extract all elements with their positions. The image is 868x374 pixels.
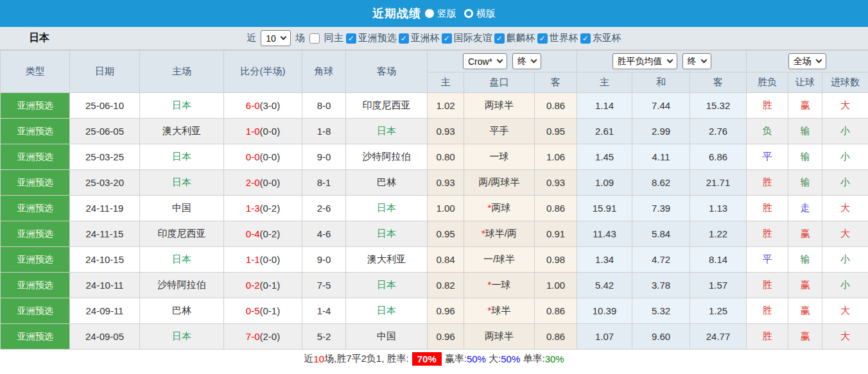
col-header-score: 比分(半场) [224,51,302,93]
away-team: 日本 [346,298,428,324]
match-type-badge: 亚洲预选 [1,324,70,350]
same-home-checkbox[interactable] [309,33,320,44]
recent-count-select[interactable]: 10 [261,30,291,46]
footer-stat-text: 30% [545,353,564,364]
view-mode-option[interactable]: 横版 [464,8,496,20]
chevron-down-icon [280,34,286,40]
outcome-result: 胜 [747,93,788,119]
mean-lose-odds: 1.13 [690,196,747,221]
mean-draw-odds: 7.39 [632,196,690,221]
goals-result: 大 [822,221,868,247]
mean-lose-odds: 2.76 [690,119,747,144]
mean-stage-select[interactable]: 终 [682,53,711,69]
col-header-type: 类型 [1,51,70,93]
crow-handicap: 两/两球半 [464,170,535,196]
handicap-result: 输 [788,170,822,196]
handicap-result: 输 [788,144,822,170]
col-header-crow-handicap: 盘口 [464,72,535,93]
competition-checkbox[interactable]: ✓ [346,33,356,44]
competition-checkbox[interactable]: ✓ [399,33,409,44]
match-row: 亚洲预选 24-09-05 日本 7-0(2-0) 5-2 中国 0.96 两球… [1,324,868,350]
mean-type-select[interactable]: 胜平负均值 [612,53,677,69]
bookmaker-select[interactable]: Crow* [463,53,507,69]
col-header-crow-away: 客 [535,72,577,93]
match-type-badge: 亚洲预选 [1,144,70,170]
crow-home-odds: 0.93 [428,119,464,144]
match-row: 亚洲预选 24-10-11 沙特阿拉伯 0-2(0-1) 7-5 日本 0.82… [1,273,868,298]
crow-home-odds: 0.93 [428,170,464,196]
match-row: 亚洲预选 25-03-20 日本 2-0(0-0) 8-1 巴林 0.93 两/… [1,170,868,196]
chevron-down-icon [700,57,707,64]
competition-checkbox[interactable]: ✓ [580,33,591,44]
match-type-badge: 亚洲预选 [1,196,70,221]
full-time-score: 1-1 [246,254,260,265]
home-team: 日本 [140,144,224,170]
radio-icon[interactable] [464,9,473,18]
same-home-label: 同主 [324,32,343,44]
competition-checkbox[interactable]: ✓ [442,33,452,44]
match-row: 亚洲预选 24-10-15 日本 1-1(0-0) 9-0 澳大利亚 0.84 … [1,247,868,273]
mean-win-odds: 10.39 [577,298,632,324]
competition-label: 亚洲预选 [358,32,397,44]
filter-controls: 近 10 场 同主 ✓亚洲预选✓亚洲杯✓国际友谊✓麒麟杯✓世界杯✓东亚杯 [247,30,621,46]
competition-checkbox[interactable]: ✓ [494,33,505,44]
crow-away-odds: 0.86 [535,196,577,221]
filter-bar: 日本 近 10 场 同主 ✓亚洲预选✓亚洲杯✓国际友谊✓麒麟杯✓世界杯✓东亚杯 [0,27,868,50]
goals-result: 小 [822,119,868,144]
full-time-score: 0-0 [246,151,260,162]
full-time-score: 1-3 [246,203,260,214]
crow-handicap: 两球半 [464,93,535,119]
half-time-score: (0-0) [260,254,281,265]
matches-label: 场 [295,32,305,44]
match-type-badge: 亚洲预选 [1,170,70,196]
crow-away-odds: 0.86 [535,324,577,350]
crow-handicap: 平手 [464,119,535,144]
mean-lose-odds: 21.71 [690,170,747,196]
result-group-header: 全场 [747,51,868,72]
goals-result: 大 [822,196,868,221]
radio-icon[interactable] [425,9,434,18]
col-header-mean-win: 主 [577,72,632,93]
competition-checkbox[interactable]: ✓ [537,33,548,44]
footer-stat-text: 近 [304,353,313,365]
match-date: 25-06-05 [70,119,140,144]
away-team: 印度尼西亚 [346,93,428,119]
footer-stat-text: 场,胜7平2负1, 胜率: [324,353,409,365]
mean-draw-odds: 2.99 [632,119,690,144]
match-date: 24-10-15 [70,247,140,273]
match-row: 亚洲预选 25-06-10 日本 6-0(3-0) 8-0 印度尼西亚 1.02… [1,93,868,119]
period-select[interactable]: 全场 [788,53,826,69]
match-type-badge: 亚洲预选 [1,273,70,298]
odds-stage-select[interactable]: 终 [512,53,541,69]
home-team: 澳大利亚 [140,119,224,144]
crow-away-odds: 0.93 [535,170,577,196]
footer-stat-text: 50% [467,353,486,364]
match-type-badge: 亚洲预选 [1,119,70,144]
match-row: 亚洲预选 25-03-25 日本 0-0(0-0) 9-0 沙特阿拉伯 0.80… [1,144,868,170]
mean-win-odds: 11.43 [577,221,632,247]
mean-draw-odds: 5.84 [632,221,690,247]
col-header-goals-result: 进球数 [822,72,868,93]
match-type-badge: 亚洲预选 [1,298,70,324]
full-time-score: 0-2 [246,280,260,291]
home-team: 日本 [140,324,224,350]
mean-lose-odds: 1.57 [690,273,747,298]
handicap-result: 输 [788,247,822,273]
crow-away-odds: 1.00 [535,273,577,298]
match-date: 25-03-20 [70,170,140,196]
outcome-result: 胜 [747,273,788,298]
crow-home-odds: 0.84 [428,247,464,273]
match-row: 亚洲预选 24-09-11 巴林 0-5(0-1) 1-4 日本 0.96 *球… [1,298,868,324]
score-cell: 0-4(0-2) [224,221,302,247]
half-time-score: (0-1) [260,280,281,291]
col-header-mean-draw: 和 [632,72,690,93]
view-mode-option[interactable]: 竖版 [425,8,456,20]
bookmaker-odds-group-header: Crow* 终 [428,51,577,72]
match-type-badge: 亚洲预选 [1,93,70,119]
win-rate-badge: 70% [412,352,442,366]
col-header-date: 日期 [70,51,140,93]
home-team: 沙特阿拉伯 [140,273,224,298]
outcome-result: 胜 [747,298,788,324]
competition-filter-group: ✓亚洲预选✓亚洲杯✓国际友谊✓麒麟杯✓世界杯✓东亚杯 [345,32,621,44]
home-team: 日本 [140,170,224,196]
